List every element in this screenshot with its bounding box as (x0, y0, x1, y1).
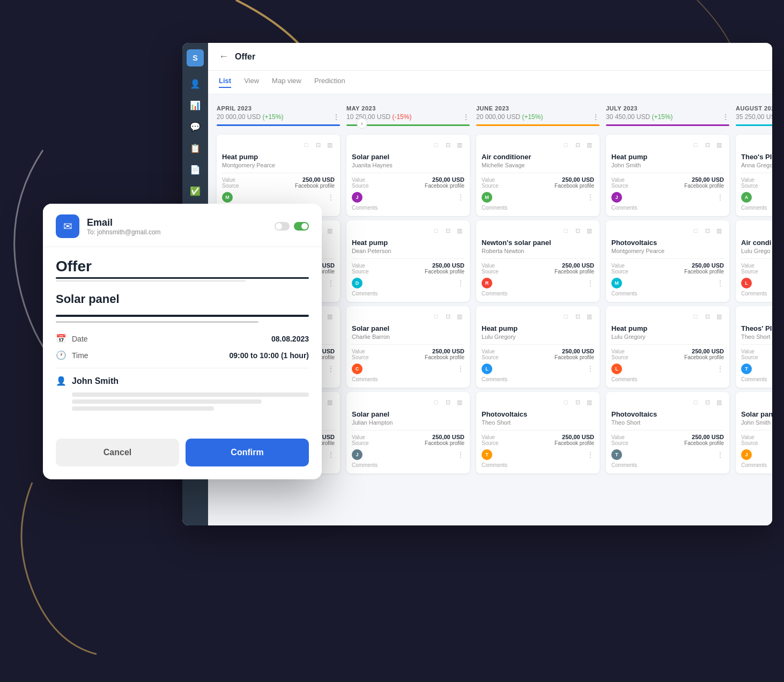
sidebar-collapse-button[interactable]: ‹ (357, 118, 367, 129)
card-action-icon[interactable]: ▥ (714, 226, 724, 235)
card-action-icon[interactable]: ⊡ (702, 226, 712, 235)
card-action-icon[interactable]: □ (431, 226, 441, 235)
card-action-icon[interactable]: ▥ (455, 312, 464, 321)
card-1-3[interactable]: □⊡▥Solar panelJulian HamptonValue250,00 … (346, 392, 470, 473)
tab-prediction[interactable]: Prediction (314, 77, 345, 88)
column-bar-2 (476, 124, 600, 126)
cancel-button[interactable]: Cancel (56, 439, 179, 466)
card-avatar: J (611, 192, 622, 203)
card-3-3[interactable]: □⊡▥PhotovoltaicsTheo ShortValue250,00 US… (606, 392, 729, 473)
card-action-icon[interactable]: ⊡ (443, 140, 453, 150)
card-more-button[interactable]: ⋮ (327, 193, 335, 202)
card-action-icon[interactable]: □ (561, 397, 571, 407)
card-value-row: Value250,00 USD (611, 434, 724, 440)
card-action-icon[interactable]: ▥ (455, 226, 464, 235)
card-action-icon[interactable]: □ (691, 312, 700, 321)
card-more-button[interactable]: ⋮ (457, 193, 464, 202)
toggle-on[interactable] (294, 222, 309, 231)
card-action-icon[interactable]: ▥ (325, 397, 335, 407)
card-more-button[interactable]: ⋮ (587, 279, 594, 287)
card-more-button[interactable]: ⋮ (457, 279, 464, 287)
card-more-button[interactable]: ⋮ (587, 365, 594, 373)
card-2-0[interactable]: □⊡▥Air conditionerMichelle SavageValue25… (476, 135, 600, 216)
card-action-icon[interactable]: ⊡ (573, 226, 582, 235)
card-2-2[interactable]: □⊡▥Heat pumpLulu GregoryValue250,00 USDS… (476, 306, 600, 388)
card-3-2[interactable]: □⊡▥Heat pumpLulu GregoryValue250,00 USDS… (606, 306, 729, 388)
card-4-0[interactable]: □⊡▥Theo's PlAnna GregoValue250,00 USDSou… (736, 135, 772, 216)
card-3-1[interactable]: □⊡▥PhotovoltaicsMontgomery PearceValue25… (606, 220, 729, 302)
card-more-button[interactable]: ⋮ (587, 450, 594, 459)
card-more-button[interactable]: ⋮ (327, 279, 335, 287)
card-action-icon[interactable]: □ (431, 140, 441, 150)
card-action-icon[interactable]: ▥ (714, 140, 724, 150)
card-action-icon[interactable]: □ (431, 312, 441, 321)
sidebar-item-chart[interactable]: 📊 (187, 97, 204, 114)
card-action-icon[interactable]: □ (691, 397, 700, 407)
card-more-button[interactable]: ⋮ (716, 193, 724, 202)
card-more-button[interactable]: ⋮ (716, 365, 724, 373)
card-action-icon[interactable]: ⊡ (573, 140, 582, 150)
card-more-button[interactable]: ⋮ (327, 365, 335, 373)
column-options-3[interactable]: ⋮ (722, 113, 729, 121)
card-action-icon[interactable]: ▥ (325, 312, 335, 321)
card-action-icon[interactable]: ⊡ (702, 312, 712, 321)
card-action-icon[interactable]: ⊡ (443, 397, 453, 407)
sidebar-item-list[interactable]: 📋 (187, 139, 204, 157)
card-action-icon[interactable]: □ (691, 226, 700, 235)
sidebar-item-doc[interactable]: 📄 (187, 161, 204, 178)
card-action-icon[interactable]: ⊡ (573, 397, 582, 407)
card-more-button[interactable]: ⋮ (716, 279, 724, 287)
card-action-icon[interactable]: ⊡ (313, 140, 323, 150)
card-3-0[interactable]: □⊡▥Heat pumpJohn SmithValue250,00 USDSou… (606, 135, 729, 216)
card-more-button[interactable]: ⋮ (716, 450, 724, 459)
sidebar-item-chat[interactable]: 💬 (187, 118, 204, 135)
card-1-0[interactable]: □⊡▥Solar panelJuanita HaynesValue250,00 … (346, 135, 470, 216)
toggle-off[interactable] (275, 222, 290, 231)
card-action-icon[interactable]: ▥ (585, 140, 594, 150)
card-4-3[interactable]: □⊡▥Solar panJohn SmithValue250,00 USDSou… (736, 392, 772, 473)
sidebar-logo[interactable]: S (187, 49, 204, 66)
card-4-2[interactable]: □⊡▥Theos' PlTheo ShortValue250,00 USDSou… (736, 306, 772, 388)
card-2-3[interactable]: □⊡▥PhotovoltaicsTheo ShortValue250,00 US… (476, 392, 600, 473)
card-action-icon[interactable]: □ (691, 140, 700, 150)
confirm-button[interactable]: Confirm (186, 439, 309, 466)
card-action-icon[interactable]: ▥ (455, 397, 464, 407)
tab-list[interactable]: List (219, 77, 231, 88)
column-options-2[interactable]: ⋮ (592, 113, 600, 121)
card-action-icon[interactable]: ⊡ (443, 312, 453, 321)
tab-view[interactable]: View (244, 77, 259, 88)
card-1-1[interactable]: □⊡▥Heat pumpDean PetersonValue250,00 USD… (346, 220, 470, 302)
column-options-1[interactable]: ⋮ (462, 113, 470, 121)
sidebar-item-user[interactable]: 👤 (187, 75, 204, 92)
column-options-0[interactable]: ⋮ (332, 113, 340, 121)
card-action-icon[interactable]: ▥ (585, 312, 594, 321)
card-action-icon[interactable]: ▥ (714, 312, 724, 321)
card-action-icon[interactable]: □ (301, 140, 311, 150)
card-more-button[interactable]: ⋮ (327, 450, 335, 459)
card-more-button[interactable]: ⋮ (587, 193, 594, 202)
card-action-icon[interactable]: ⊡ (702, 140, 712, 150)
card-more-button[interactable]: ⋮ (457, 365, 464, 373)
card-action-icon[interactable]: □ (431, 397, 441, 407)
sidebar-item-check[interactable]: ✅ (187, 182, 204, 199)
product-divider-thick (56, 315, 309, 317)
back-button[interactable]: ← (219, 51, 228, 62)
card-4-1[interactable]: □⊡▥Air condiLulu GregoValue250,00 USDSou… (736, 220, 772, 302)
card-action-icon[interactable]: □ (561, 226, 571, 235)
card-action-icon[interactable]: ▥ (585, 226, 594, 235)
card-action-icon[interactable]: ⊡ (573, 312, 582, 321)
card-action-icon[interactable]: ⊡ (702, 397, 712, 407)
card-action-icon[interactable]: □ (561, 312, 571, 321)
tab-map-view[interactable]: Map view (272, 77, 301, 88)
card-action-icon[interactable]: ▥ (325, 140, 335, 150)
card-action-icon[interactable]: ▥ (455, 140, 464, 150)
card-action-icon[interactable]: ▥ (714, 397, 724, 407)
card-2-1[interactable]: □⊡▥Newton's solar panelRoberta NewtonVal… (476, 220, 600, 302)
card-action-icon[interactable]: ⊡ (443, 226, 453, 235)
modal-toggle[interactable] (275, 222, 309, 231)
card-action-icon[interactable]: ▥ (325, 226, 335, 235)
card-more-button[interactable]: ⋮ (457, 450, 464, 459)
card-action-icon[interactable]: □ (561, 140, 571, 150)
card-1-2[interactable]: □⊡▥Solar panelCharlie BarronValue250,00 … (346, 306, 470, 388)
card-action-icon[interactable]: ▥ (585, 397, 594, 407)
